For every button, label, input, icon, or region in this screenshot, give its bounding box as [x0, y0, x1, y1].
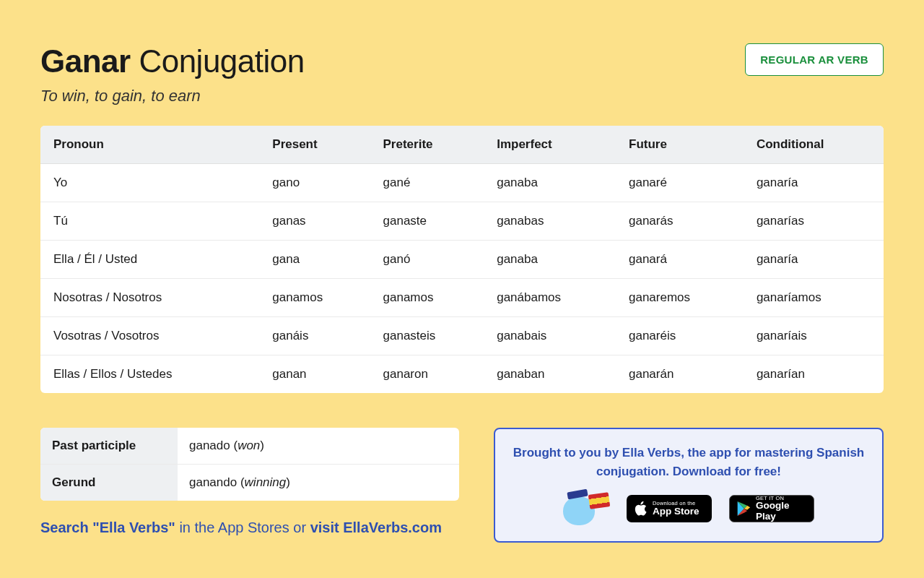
gerund-label: Gerund: [40, 465, 178, 501]
google-play-button[interactable]: GET IT ON Google Play: [729, 495, 814, 522]
table-row: Túganasganasteganabasganarásganarías: [40, 202, 884, 241]
table-row: Yoganoganéganabaganaréganaría: [40, 164, 884, 202]
apple-big-text: App Store: [653, 506, 699, 517]
table-cell: ganarán: [619, 355, 746, 394]
table-row: Vosotras / Vosotrosganáisganasteisganaba…: [40, 317, 884, 355]
search-instruction: Search "Ella Verbs" in the App Stores or…: [40, 519, 459, 536]
verb-name: Ganar: [40, 43, 131, 79]
page-title: Ganar Conjugation: [40, 43, 305, 79]
table-cell: ganasteis: [373, 317, 487, 355]
table-header-row: Pronoun Present Preterite Imperfect Futu…: [40, 126, 884, 164]
table-cell: ganamos: [262, 279, 372, 317]
table-cell: Nosotras / Nosotros: [40, 279, 262, 317]
table-cell: Yo: [40, 164, 262, 202]
table-cell: gano: [262, 164, 372, 202]
table-cell: ganaremos: [619, 279, 746, 317]
apple-icon: [633, 501, 648, 517]
table-cell: Tú: [40, 202, 262, 241]
table-cell: ganan: [262, 355, 372, 394]
past-participle-value: ganado (won): [178, 428, 459, 465]
table-cell: ganaría: [746, 241, 884, 279]
conjugation-table: Pronoun Present Preterite Imperfect Futu…: [40, 126, 884, 393]
table-cell: Ellas / Ellos / Ustedes: [40, 355, 262, 394]
table-cell: gana: [262, 241, 372, 279]
promo-box: Brought to you by Ella Verbs, the app fo…: [494, 428, 884, 543]
table-cell: Vosotras / Vosotros: [40, 317, 262, 355]
app-store-button[interactable]: Download on the App Store: [627, 495, 712, 522]
table-cell: ganó: [373, 241, 487, 279]
table-row: Nosotras / Nosotrosganamosganamosganábam…: [40, 279, 884, 317]
table-cell: ganaste: [373, 202, 487, 241]
table-cell: ganamos: [373, 279, 487, 317]
table-row: Gerund ganando (winning): [40, 465, 459, 501]
promo-text: Brought to you by Ella Verbs, the app fo…: [513, 444, 865, 482]
table-cell: ganabais: [487, 317, 619, 355]
col-future: Future: [619, 126, 746, 164]
participle-table: Past participle ganado (won) Gerund gana…: [40, 428, 459, 501]
table-cell: ganaron: [373, 355, 487, 394]
table-cell: gané: [373, 164, 487, 202]
table-cell: ganaréis: [619, 317, 746, 355]
table-cell: ganarías: [746, 202, 884, 241]
gerund-value: ganando (winning): [178, 465, 459, 501]
title-suffix: Conjugation: [139, 43, 304, 79]
table-cell: ganaban: [487, 355, 619, 394]
table-cell: ganas: [262, 202, 372, 241]
table-cell: ganaríamos: [746, 279, 884, 317]
table-cell: ganarás: [619, 202, 746, 241]
google-play-icon: [736, 501, 751, 517]
mascot-icon: [563, 492, 609, 525]
verb-translation: To win, to gain, to earn: [40, 87, 305, 105]
verb-type-badge: REGULAR AR VERB: [745, 43, 884, 76]
table-cell: ganabas: [487, 202, 619, 241]
past-participle-label: Past participle: [40, 428, 178, 465]
table-cell: ganáis: [262, 317, 372, 355]
col-pronoun: Pronoun: [40, 126, 262, 164]
table-cell: ganaré: [619, 164, 746, 202]
table-cell: ganaba: [487, 241, 619, 279]
table-cell: ganaríais: [746, 317, 884, 355]
table-cell: ganábamos: [487, 279, 619, 317]
col-conditional: Conditional: [746, 126, 884, 164]
col-present: Present: [262, 126, 372, 164]
col-imperfect: Imperfect: [487, 126, 619, 164]
table-cell: Ella / Él / Usted: [40, 241, 262, 279]
table-row: Past participle ganado (won): [40, 428, 459, 465]
table-cell: ganaba: [487, 164, 619, 202]
table-cell: ganaría: [746, 164, 884, 202]
col-preterite: Preterite: [373, 126, 487, 164]
google-big-text: Google Play: [756, 501, 807, 521]
table-cell: ganarían: [746, 355, 884, 394]
table-row: Ella / Él / Ustedganaganóganabaganarágan…: [40, 241, 884, 279]
table-row: Ellas / Ellos / Ustedesgananganaronganab…: [40, 355, 884, 394]
table-cell: ganará: [619, 241, 746, 279]
